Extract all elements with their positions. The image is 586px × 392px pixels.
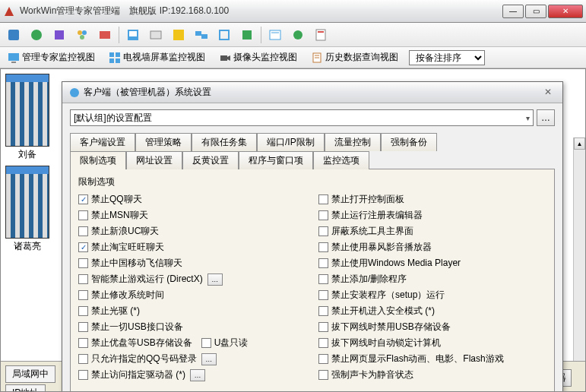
toolbar-icon-11[interactable] [238, 26, 256, 44]
group-config-combo[interactable]: [默认组]的设置配置 ▾ [70, 109, 534, 126]
toolbar-icon-7[interactable] [147, 26, 165, 44]
svg-point-4 [78, 30, 82, 35]
view-label: 电视墙屏幕监控视图 [123, 51, 205, 64]
checkbox[interactable] [318, 322, 328, 332]
history-icon [311, 52, 323, 64]
maximize-button[interactable]: ▭ [525, 5, 546, 18]
restriction-row: 禁止新浪UC聊天 [78, 223, 306, 239]
checkbox[interactable] [78, 242, 88, 252]
restriction-label: 禁止使用暴风影音播放器 [331, 241, 432, 254]
vertical-scrollbar[interactable]: ▲ [573, 138, 585, 392]
settings-tab[interactable]: 流量控制 [325, 133, 381, 151]
restriction-label: 拔下网线时自动锁定计算机 [331, 337, 441, 349]
checkbox[interactable] [318, 226, 328, 236]
toolbar-icon-8[interactable] [169, 26, 188, 44]
checkbox[interactable] [318, 210, 328, 220]
settings-tab[interactable]: 限制选项 [70, 151, 126, 169]
view-label: 历史数据查询视图 [325, 51, 398, 64]
detail-button[interactable]: … [201, 353, 217, 365]
checkbox[interactable] [78, 258, 88, 268]
detail-button[interactable]: … [190, 369, 205, 381]
toolbar-icon-5[interactable] [96, 26, 114, 44]
browse-button[interactable]: … [537, 109, 555, 126]
checkbox[interactable] [318, 258, 328, 268]
toolbar-icon-6[interactable] [124, 26, 142, 44]
view-tv-wall[interactable]: 电视墙屏幕监控视图 [106, 49, 208, 65]
restriction-row: 禁止使用Windows Media Player [318, 255, 546, 271]
bottom-tab-ip[interactable]: IP地址 [5, 384, 46, 392]
settings-tab[interactable]: 有限任务集 [192, 133, 257, 151]
checkbox[interactable] [318, 306, 328, 316]
client-settings-dialog: 客户端（被管理机器）系统设置 ✕ [默认组]的设置配置 ▾ … 客户端设置管理策… [62, 81, 563, 392]
settings-tabs: 客户端设置管理策略有限任务集端口/IP限制流量控制强制备份 限制选项网址设置反黄… [70, 132, 555, 392]
svg-rect-26 [116, 58, 120, 63]
settings-tab[interactable]: 强制备份 [381, 133, 437, 151]
toolbar-icon-12[interactable] [266, 26, 284, 44]
toolbar-icon-2[interactable] [27, 26, 46, 44]
view-camera[interactable]: 摄像头监控视图 [216, 49, 300, 65]
scroll-up-icon[interactable]: ▲ [574, 138, 585, 150]
bottom-tab-lan[interactable]: 局域网中 [5, 365, 55, 383]
checkbox[interactable] [78, 210, 88, 220]
settings-tab[interactable]: 端口/IP限制 [257, 133, 325, 151]
restriction-row: 禁止添加/删除程序 [318, 271, 546, 287]
view-history[interactable]: 历史数据查询视图 [308, 49, 401, 65]
toolbar-icon-1[interactable] [5, 26, 23, 44]
checkbox[interactable] [78, 322, 88, 332]
restriction-row: 禁止开机进入安全模式 (*) [318, 303, 546, 319]
toolbar-icon-10[interactable] [215, 26, 233, 44]
svg-point-32 [70, 88, 79, 97]
checkbox[interactable] [78, 226, 88, 236]
checkbox[interactable] [201, 338, 211, 348]
toolbar-icon-9[interactable] [192, 26, 211, 44]
svg-rect-20 [318, 31, 324, 33]
svg-rect-1 [8, 30, 19, 40]
toolbar-icon-14[interactable] [312, 26, 330, 44]
checkbox[interactable] [78, 290, 88, 300]
settings-tab[interactable]: 网址设置 [126, 151, 182, 169]
toolbar-icon-13[interactable] [289, 26, 307, 44]
screenshot-thumb [5, 74, 49, 147]
svg-rect-7 [100, 31, 110, 39]
settings-tab[interactable]: 反黄设置 [182, 151, 239, 169]
svg-rect-27 [220, 55, 227, 61]
checkbox[interactable] [78, 370, 88, 380]
restriction-row: 禁止打开控制面板 [318, 191, 546, 207]
checkbox[interactable] [318, 274, 328, 284]
restriction-label: 禁止开机进入安全模式 (*) [331, 305, 435, 318]
restriction-label: 强制声卡为静音状态 [331, 368, 413, 381]
screenshot-thumb [5, 166, 49, 239]
restriction-label: U盘只读 [214, 337, 249, 349]
pin-icon[interactable]: ✕ [544, 87, 556, 99]
checkbox[interactable] [78, 274, 88, 284]
checkbox[interactable] [78, 194, 88, 204]
client-thumb[interactable]: 诸葛亮 [5, 166, 49, 254]
checkbox[interactable] [318, 354, 328, 364]
checkbox[interactable] [318, 194, 328, 204]
checkbox[interactable] [318, 290, 328, 300]
settings-tab[interactable]: 管理策略 [135, 133, 192, 151]
svg-rect-21 [8, 53, 19, 61]
toolbar-separator [261, 27, 261, 43]
restriction-label: 禁止添加/删除程序 [331, 273, 407, 286]
checkbox[interactable] [78, 354, 88, 364]
sort-select[interactable]: 按备注排序 [409, 50, 485, 65]
client-thumb[interactable]: 刘备 [5, 74, 49, 163]
minimize-button[interactable]: — [502, 5, 524, 18]
close-button[interactable]: ✕ [548, 5, 583, 18]
checkbox[interactable] [318, 370, 328, 380]
settings-tab[interactable]: 监控选项 [313, 151, 369, 169]
settings-tab[interactable]: 客户端设置 [70, 133, 135, 151]
settings-tab[interactable]: 程序与窗口项 [239, 151, 313, 169]
checkbox[interactable] [318, 338, 328, 348]
checkbox[interactable] [78, 338, 88, 348]
toolbar-icon-3[interactable] [50, 26, 68, 44]
checkbox[interactable] [78, 306, 88, 316]
toolbar-icon-4[interactable] [73, 26, 91, 44]
restriction-label: 只允许指定的QQ号码登录 [91, 352, 197, 365]
restriction-row: 强制声卡为静音状态 [318, 367, 546, 383]
view-expert-monitor[interactable]: 管理专家监控视图 [5, 49, 98, 65]
main-toolbar [0, 23, 586, 47]
checkbox[interactable] [318, 242, 328, 252]
detail-button[interactable]: … [207, 273, 223, 286]
